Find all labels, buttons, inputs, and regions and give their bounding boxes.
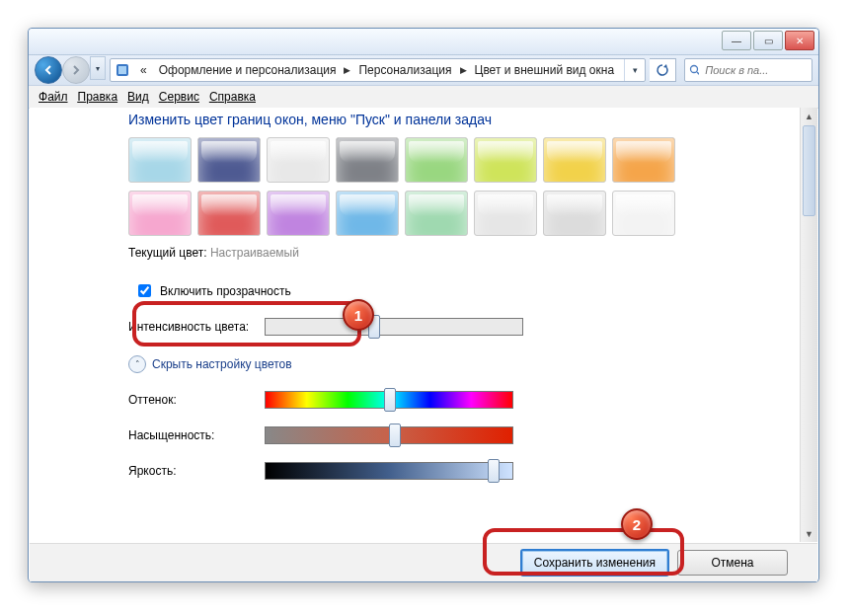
- chevron-right-icon: ▶: [342, 65, 352, 75]
- saturation-slider[interactable]: [265, 426, 513, 444]
- page-title: Изменить цвет границ окон, меню "Пуск" и…: [128, 112, 781, 127]
- step-badge-1: 1: [343, 299, 374, 331]
- breadcrumb-window-color[interactable]: Цвет и внешний вид окна: [469, 59, 621, 81]
- minimize-button[interactable]: —: [722, 31, 751, 50]
- forward-button: [62, 56, 90, 84]
- color-swatch[interactable]: [197, 191, 261, 236]
- color-swatch[interactable]: [474, 191, 537, 236]
- color-swatch[interactable]: [197, 137, 261, 183]
- titlebar: — ▭ ✕: [29, 29, 818, 55]
- menu-help[interactable]: Справка: [209, 90, 256, 104]
- refresh-button[interactable]: [650, 58, 676, 82]
- color-swatch[interactable]: [336, 191, 399, 236]
- breadcrumb-prefix[interactable]: «: [134, 59, 153, 81]
- transparency-label: Включить прозрачность: [160, 284, 291, 298]
- color-swatch[interactable]: [128, 191, 192, 236]
- current-color-value: Настраиваемый: [210, 246, 299, 260]
- bri-label: Яркость:: [128, 464, 257, 478]
- color-swatch[interactable]: [336, 137, 399, 183]
- intensity-label: Интенсивность цвета:: [128, 320, 257, 334]
- chevron-right-icon: ▶: [458, 65, 469, 75]
- breadcrumb-personalization[interactable]: Персонализация: [352, 59, 457, 81]
- maximize-button[interactable]: ▭: [753, 31, 783, 50]
- svg-line-3: [697, 72, 699, 75]
- search-icon: [689, 64, 699, 76]
- menu-tools[interactable]: Сервис: [159, 90, 199, 104]
- window-frame: — ▭ ✕ ▾ « Оформление и персонализация ▶ …: [28, 28, 819, 582]
- scroll-down-arrow[interactable]: ▼: [801, 525, 817, 542]
- content-area: Изменить цвет границ окон, меню "Пуск" и…: [30, 108, 801, 542]
- navigation-bar: ▾ « Оформление и персонализация ▶ Персон…: [29, 55, 818, 86]
- hue-label: Оттенок:: [128, 393, 257, 407]
- transparency-checkbox[interactable]: [138, 284, 151, 297]
- svg-point-2: [691, 66, 698, 73]
- menu-file[interactable]: Файл: [39, 90, 68, 104]
- back-button[interactable]: [35, 56, 62, 84]
- footer-bar: Сохранить изменения Отмена: [30, 543, 817, 581]
- color-swatch[interactable]: [267, 191, 330, 236]
- color-swatch[interactable]: [267, 137, 330, 183]
- color-mixer-label: Скрыть настройку цветов: [152, 357, 292, 371]
- color-swatch[interactable]: [405, 137, 468, 183]
- color-swatch[interactable]: [543, 137, 606, 183]
- color-swatch[interactable]: [543, 191, 606, 236]
- color-swatch[interactable]: [405, 191, 468, 236]
- chevron-up-icon: ˄: [128, 355, 146, 373]
- color-swatches: [128, 137, 781, 236]
- address-dropdown[interactable]: ▾: [624, 59, 645, 81]
- menu-edit[interactable]: Правка: [78, 90, 118, 104]
- intensity-slider[interactable]: [265, 318, 523, 336]
- menu-view[interactable]: Вид: [127, 90, 149, 104]
- history-dropdown[interactable]: ▾: [90, 56, 106, 80]
- color-swatch[interactable]: [612, 191, 675, 236]
- search-box[interactable]: [684, 58, 812, 82]
- current-color-row: Текущий цвет: Настраиваемый: [128, 246, 781, 260]
- color-swatch[interactable]: [474, 137, 537, 183]
- cancel-button[interactable]: Отмена: [677, 550, 788, 576]
- color-mixer-toggle[interactable]: ˄ Скрыть настройку цветов: [128, 355, 781, 373]
- slider-thumb[interactable]: [384, 388, 396, 412]
- color-swatch[interactable]: [128, 137, 192, 183]
- brightness-slider[interactable]: [265, 462, 513, 480]
- save-button[interactable]: Сохранить изменения: [520, 549, 669, 577]
- svg-rect-1: [118, 66, 126, 74]
- color-swatch[interactable]: [612, 137, 675, 183]
- close-button[interactable]: ✕: [785, 31, 814, 50]
- vertical-scrollbar[interactable]: ▲ ▼: [800, 108, 817, 542]
- scroll-up-arrow[interactable]: ▲: [801, 108, 817, 124]
- slider-thumb[interactable]: [488, 459, 500, 483]
- slider-thumb[interactable]: [389, 424, 401, 447]
- control-panel-icon: [115, 62, 130, 78]
- breadcrumb-appearance[interactable]: Оформление и персонализация: [153, 59, 343, 81]
- hue-slider[interactable]: [265, 391, 513, 409]
- current-color-label: Текущий цвет:: [128, 246, 207, 260]
- address-bar[interactable]: « Оформление и персонализация ▶ Персонал…: [110, 58, 646, 82]
- scrollbar-thumb[interactable]: [803, 125, 815, 216]
- search-input[interactable]: [703, 63, 808, 77]
- step-badge-2: 2: [621, 508, 653, 540]
- sat-label: Насыщенность:: [128, 428, 257, 442]
- menu-bar: Файл Правка Вид Сервис Справка: [29, 86, 818, 109]
